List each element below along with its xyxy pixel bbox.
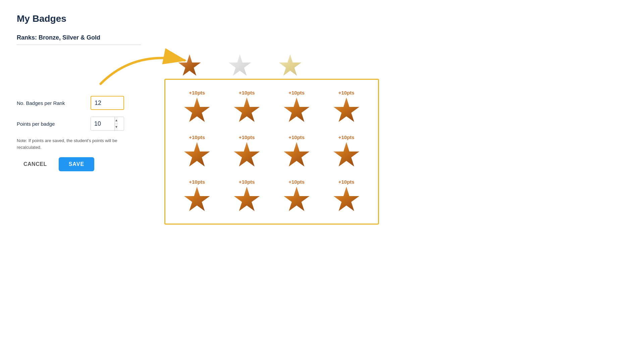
badge-pts-1: +10pts xyxy=(189,90,205,96)
spinner-up-button[interactable]: ▲ xyxy=(115,117,118,124)
badge-pts-2: +10pts xyxy=(239,90,255,96)
badge-pts-9: +10pts xyxy=(189,179,205,185)
badge-star-9 xyxy=(183,187,210,214)
save-button[interactable]: SAVE xyxy=(59,157,94,171)
badge-star-6 xyxy=(233,142,260,169)
points-per-badge-label: Points per badge xyxy=(17,121,84,127)
bronze-star-icon xyxy=(178,54,201,78)
badge-cell-4: +10pts xyxy=(322,86,372,128)
badge-cell-5: +10pts xyxy=(172,131,222,172)
gold-star-icon xyxy=(278,54,302,78)
badge-pts-8: +10pts xyxy=(338,134,355,140)
page-container: My Badges Ranks: Bronze, Silver & Gold B… xyxy=(0,0,644,185)
badge-cell-12: +10pts xyxy=(322,176,372,217)
badges-per-rank-label: No. Badges per Rank xyxy=(17,100,84,106)
badge-cell-8: +10pts xyxy=(322,131,372,172)
points-spinner: ▲ ▼ xyxy=(114,117,118,130)
badges-per-rank-input[interactable] xyxy=(91,96,124,110)
badge-cell-1: +10pts xyxy=(172,86,222,128)
badge-cell-9: +10pts xyxy=(172,176,222,217)
badge-star-8 xyxy=(333,142,360,169)
badge-star-1 xyxy=(183,98,210,124)
badge-pts-4: +10pts xyxy=(338,90,355,96)
badge-cell-2: +10pts xyxy=(222,86,272,128)
badge-cell-6: +10pts xyxy=(222,131,272,172)
badge-grid-container: +10pts +10pts +10pts +10pts +10pts +1 xyxy=(164,79,379,225)
divider xyxy=(17,45,141,45)
badge-star-7 xyxy=(283,142,310,169)
badge-star-3 xyxy=(283,98,310,124)
badge-pts-5: +10pts xyxy=(189,134,205,140)
spinner-down-button[interactable]: ▼ xyxy=(115,124,118,131)
badge-star-5 xyxy=(183,142,210,169)
badge-star-12 xyxy=(333,187,360,214)
ranks-label: Ranks: Bronze, Silver & Gold xyxy=(17,34,627,41)
badge-cell-11: +10pts xyxy=(272,176,322,217)
page-title: My Badges xyxy=(17,13,627,24)
badge-star-10 xyxy=(233,187,260,214)
badge-cell-10: +10pts xyxy=(222,176,272,217)
points-per-badge-wrapper: ▲ ▼ xyxy=(91,117,124,131)
badge-pts-10: +10pts xyxy=(239,179,255,185)
badge-pts-7: +10pts xyxy=(288,134,305,140)
badge-cell-7: +10pts xyxy=(272,131,322,172)
badge-pts-12: +10pts xyxy=(338,179,355,185)
badge-star-2 xyxy=(233,98,260,124)
points-per-badge-input[interactable] xyxy=(91,117,114,130)
badge-pts-3: +10pts xyxy=(288,90,305,96)
badge-pts-6: +10pts xyxy=(239,134,255,140)
note-text: Note: If points are saved, the student's… xyxy=(17,137,127,150)
badge-grid: +10pts +10pts +10pts +10pts +10pts +1 xyxy=(172,86,371,217)
cancel-button[interactable]: CANCEL xyxy=(17,158,54,171)
badge-cell-3: +10pts xyxy=(272,86,322,128)
badge-star-11 xyxy=(283,187,310,214)
silver-star-icon xyxy=(228,54,252,78)
badge-pts-11: +10pts xyxy=(288,179,305,185)
badge-star-4 xyxy=(333,98,360,124)
